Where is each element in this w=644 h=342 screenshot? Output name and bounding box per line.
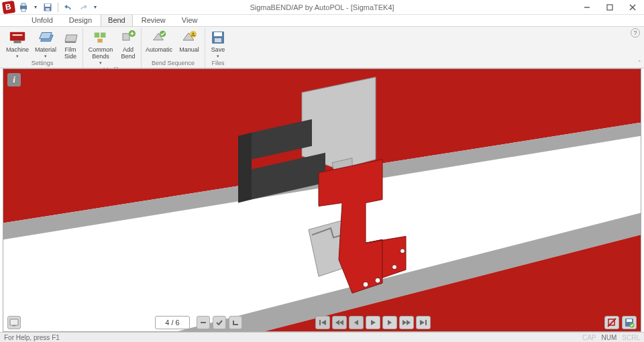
collision-toggle-button[interactable]: [604, 316, 619, 329]
svg-rect-53: [627, 319, 632, 322]
svg-rect-17: [95, 33, 99, 38]
manual-label: Manual: [179, 46, 199, 53]
svg-marker-15: [65, 35, 77, 42]
dropdown-icon: ▾: [99, 60, 102, 66]
tab-design[interactable]: Design: [62, 14, 99, 26]
svg-rect-49: [425, 320, 427, 325]
svg-marker-42: [339, 320, 343, 325]
automatic-button[interactable]: Automatic: [143, 28, 175, 60]
confirm-step-button[interactable]: [213, 316, 226, 329]
status-cap: CAP: [582, 334, 596, 341]
nav-first-button[interactable]: [315, 316, 330, 329]
svg-marker-16: [65, 42, 76, 43]
ribbon-group-settings: Machine ▾ Material ▾ Film Side Settings: [2, 28, 83, 68]
titlebar: ▾ ▾ SigmaBEND/AP by AutoPOL - [SigmaTEK4…: [0, 0, 644, 15]
viewport-3d[interactable]: i 4 / 6: [3, 68, 641, 332]
group-label-files: Files: [207, 60, 229, 68]
svg-rect-20: [123, 34, 129, 40]
machine-icon: [9, 30, 26, 46]
remove-step-button[interactable]: [197, 316, 210, 329]
nav-fast-back-button[interactable]: [332, 316, 347, 329]
tab-view[interactable]: View: [174, 14, 205, 26]
automatic-icon: [150, 30, 168, 46]
qat-save-button[interactable]: [42, 1, 54, 13]
svg-rect-39: [319, 320, 321, 325]
tab-unfold[interactable]: Unfold: [24, 14, 60, 26]
svg-marker-46: [402, 320, 407, 325]
status-num: NUM: [602, 334, 617, 341]
group-label-bend-sequence: Bend Sequence: [143, 60, 203, 68]
qat-dropdown-button[interactable]: ▾: [32, 1, 39, 13]
add-bend-button[interactable]: Add Bend: [117, 28, 140, 66]
svg-rect-11: [13, 34, 23, 36]
film-side-label: Film Side: [60, 46, 81, 60]
status-scrl: SCRL: [622, 334, 640, 341]
machine-label: Machine: [6, 46, 29, 53]
svg-rect-5: [46, 8, 50, 11]
qat-separator: [58, 3, 58, 12]
bend-step-counter: 4 / 6: [155, 316, 190, 329]
tab-bend[interactable]: Bend: [101, 14, 133, 26]
ribbon-group-bend-sequence: Automatic Manual Bend Sequence: [142, 28, 205, 68]
common-bends-icon: [92, 30, 109, 46]
manual-button[interactable]: Manual: [175, 28, 203, 60]
material-button[interactable]: Material ▾: [32, 28, 60, 60]
save-view-button[interactable]: [622, 316, 637, 329]
nav-play-button[interactable]: [366, 316, 380, 329]
svg-marker-48: [420, 320, 425, 325]
help-button[interactable]: ?: [631, 28, 640, 38]
svg-rect-29: [215, 38, 221, 42]
film-side-icon: [62, 30, 79, 46]
common-bends-button[interactable]: Common Bends ▾: [85, 28, 117, 66]
dropdown-icon: ▾: [16, 53, 19, 60]
svg-rect-18: [101, 33, 105, 38]
ribbon-tabs: Unfold Design Bend Review View: [0, 15, 644, 27]
film-side-button[interactable]: Film Side: [60, 28, 81, 60]
app-logo-icon: [2, 0, 15, 13]
qat-redo-button[interactable]: [77, 1, 89, 13]
nav-fast-forward-button[interactable]: [399, 316, 414, 329]
display-mode-button[interactable]: [7, 316, 21, 329]
svg-rect-19: [97, 39, 102, 43]
nav-last-button[interactable]: [416, 316, 431, 329]
nav-next-button[interactable]: [382, 316, 397, 329]
nav-prev-button[interactable]: [349, 316, 364, 329]
qat-undo-button[interactable]: [62, 1, 74, 13]
svg-marker-14: [40, 33, 52, 39]
svg-marker-47: [407, 320, 411, 325]
close-button[interactable]: [621, 0, 644, 15]
tab-review[interactable]: Review: [134, 14, 173, 26]
save-button[interactable]: Save ▾: [207, 28, 229, 60]
svg-marker-44: [371, 320, 376, 325]
svg-rect-2: [21, 9, 25, 11]
nav-cluster: [315, 316, 431, 329]
svg-marker-43: [354, 320, 358, 325]
qat-customize-button[interactable]: ▾: [92, 1, 99, 13]
maximize-button[interactable]: [598, 0, 621, 15]
material-icon: [37, 30, 54, 46]
viewport-toolbar: 4 / 6: [3, 314, 641, 331]
svg-rect-1: [21, 3, 25, 6]
ribbon-group-modify: Common Bends ▾ Add Bend Modify: [83, 28, 142, 68]
ribbon-collapse-button[interactable]: ˄: [638, 60, 641, 66]
info-button[interactable]: i: [7, 73, 21, 87]
svg-rect-28: [214, 32, 222, 36]
svg-rect-36: [10, 319, 18, 325]
add-bend-icon: [119, 30, 137, 46]
qat-print-button[interactable]: [17, 1, 30, 13]
angle-step-button[interactable]: [229, 316, 242, 329]
automatic-label: Automatic: [146, 46, 172, 53]
machine-button[interactable]: Machine ▾: [3, 28, 32, 60]
status-help-text: For Help, press F1: [4, 334, 60, 341]
minimize-button[interactable]: [576, 0, 598, 15]
ribbon-group-files: Save ▾ Files: [205, 28, 231, 68]
add-bend-label: Add Bend: [117, 46, 140, 60]
save-icon: [209, 30, 227, 46]
manual-icon: [180, 30, 198, 46]
svg-marker-41: [335, 320, 339, 325]
svg-point-34: [392, 265, 397, 270]
svg-rect-10: [10, 32, 25, 41]
ribbon: Machine ▾ Material ▾ Film Side Settings: [0, 27, 644, 68]
svg-rect-4: [45, 4, 50, 7]
dropdown-icon: ▾: [44, 53, 47, 60]
